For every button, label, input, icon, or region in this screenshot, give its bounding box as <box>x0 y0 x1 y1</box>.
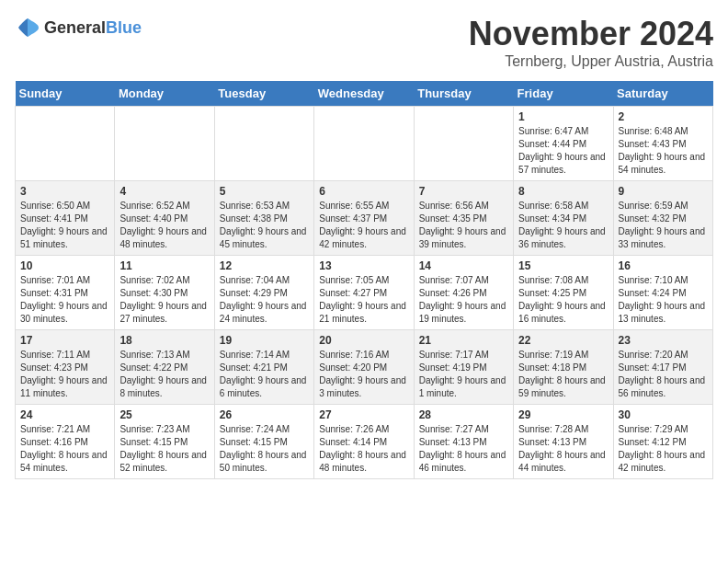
day-info: Sunrise: 7:26 AM Sunset: 4:14 PM Dayligh… <box>319 423 408 475</box>
calendar-cell: 21Sunrise: 7:17 AM Sunset: 4:19 PM Dayli… <box>414 330 513 405</box>
calendar-cell: 27Sunrise: 7:26 AM Sunset: 4:14 PM Dayli… <box>314 405 414 479</box>
calendar-cell: 29Sunrise: 7:28 AM Sunset: 4:13 PM Dayli… <box>514 405 613 479</box>
calendar-cell: 7Sunrise: 6:56 AM Sunset: 4:35 PM Daylig… <box>414 181 513 256</box>
calendar-cell: 9Sunrise: 6:59 AM Sunset: 4:32 PM Daylig… <box>613 181 712 256</box>
day-info: Sunrise: 7:13 AM Sunset: 4:22 PM Dayligh… <box>119 349 209 400</box>
title-area: November 2024 Ternberg, Upper Austria, A… <box>469 15 713 70</box>
header-cell-thursday: Thursday <box>414 81 513 107</box>
calendar-week-3: 10Sunrise: 7:01 AM Sunset: 4:31 PM Dayli… <box>16 256 713 330</box>
day-number: 9 <box>619 185 708 198</box>
calendar-cell: 1Sunrise: 6:47 AM Sunset: 4:44 PM Daylig… <box>514 107 613 181</box>
calendar-cell: 19Sunrise: 7:14 AM Sunset: 4:21 PM Dayli… <box>214 330 313 405</box>
calendar-cell: 24Sunrise: 7:21 AM Sunset: 4:16 PM Dayli… <box>16 405 115 479</box>
day-number: 13 <box>319 259 408 272</box>
day-info: Sunrise: 7:23 AM Sunset: 4:15 PM Dayligh… <box>119 423 209 475</box>
calendar-cell: 14Sunrise: 7:07 AM Sunset: 4:26 PM Dayli… <box>414 256 513 330</box>
day-info: Sunrise: 7:17 AM Sunset: 4:19 PM Dayligh… <box>419 349 508 400</box>
calendar-cell: 13Sunrise: 7:05 AM Sunset: 4:27 PM Dayli… <box>314 256 414 330</box>
logo-icon <box>15 15 40 40</box>
day-number: 8 <box>518 185 608 198</box>
calendar-cell <box>115 107 214 181</box>
calendar-cell: 8Sunrise: 6:58 AM Sunset: 4:34 PM Daylig… <box>514 181 613 256</box>
day-info: Sunrise: 7:08 AM Sunset: 4:25 PM Dayligh… <box>518 274 608 326</box>
logo: GeneralBlue <box>15 15 142 40</box>
day-info: Sunrise: 7:14 AM Sunset: 4:21 PM Dayligh… <box>220 349 309 400</box>
calendar-table: SundayMondayTuesdayWednesdayThursdayFrid… <box>15 81 713 479</box>
day-info: Sunrise: 7:21 AM Sunset: 4:16 PM Dayligh… <box>20 423 109 475</box>
calendar-week-4: 17Sunrise: 7:11 AM Sunset: 4:23 PM Dayli… <box>16 330 713 405</box>
day-info: Sunrise: 7:10 AM Sunset: 4:24 PM Dayligh… <box>619 274 708 326</box>
day-number: 3 <box>20 185 109 198</box>
day-info: Sunrise: 6:50 AM Sunset: 4:41 PM Dayligh… <box>20 200 109 251</box>
calendar-cell: 15Sunrise: 7:08 AM Sunset: 4:25 PM Dayli… <box>514 256 613 330</box>
day-number: 14 <box>419 259 508 272</box>
calendar-cell: 16Sunrise: 7:10 AM Sunset: 4:24 PM Dayli… <box>613 256 712 330</box>
calendar-cell: 6Sunrise: 6:55 AM Sunset: 4:37 PM Daylig… <box>314 181 414 256</box>
day-info: Sunrise: 7:11 AM Sunset: 4:23 PM Dayligh… <box>20 349 109 400</box>
day-number: 16 <box>619 259 708 272</box>
calendar-cell: 22Sunrise: 7:19 AM Sunset: 4:18 PM Dayli… <box>514 330 613 405</box>
logo-text-general: General <box>44 18 106 37</box>
month-title: November 2024 <box>469 15 713 53</box>
logo-text-blue: Blue <box>106 18 142 37</box>
calendar-cell <box>414 107 513 181</box>
day-info: Sunrise: 7:07 AM Sunset: 4:26 PM Dayligh… <box>419 274 508 326</box>
calendar-cell: 26Sunrise: 7:24 AM Sunset: 4:15 PM Dayli… <box>214 405 313 479</box>
day-info: Sunrise: 6:56 AM Sunset: 4:35 PM Dayligh… <box>419 200 508 251</box>
day-info: Sunrise: 7:29 AM Sunset: 4:12 PM Dayligh… <box>619 423 708 475</box>
day-number: 18 <box>119 334 209 347</box>
day-info: Sunrise: 7:24 AM Sunset: 4:15 PM Dayligh… <box>220 423 309 475</box>
day-info: Sunrise: 6:47 AM Sunset: 4:44 PM Dayligh… <box>518 125 608 177</box>
day-number: 23 <box>619 334 708 347</box>
location-subtitle: Ternberg, Upper Austria, Austria <box>469 53 713 70</box>
header-cell-friday: Friday <box>514 81 613 107</box>
calendar-cell: 3Sunrise: 6:50 AM Sunset: 4:41 PM Daylig… <box>16 181 115 256</box>
day-number: 20 <box>319 334 408 347</box>
calendar-cell: 18Sunrise: 7:13 AM Sunset: 4:22 PM Dayli… <box>115 330 214 405</box>
calendar-cell: 28Sunrise: 7:27 AM Sunset: 4:13 PM Dayli… <box>414 405 513 479</box>
day-number: 10 <box>20 259 109 272</box>
day-info: Sunrise: 7:04 AM Sunset: 4:29 PM Dayligh… <box>220 274 309 326</box>
day-info: Sunrise: 6:55 AM Sunset: 4:37 PM Dayligh… <box>319 200 408 251</box>
day-info: Sunrise: 6:58 AM Sunset: 4:34 PM Dayligh… <box>518 200 608 251</box>
header-row: SundayMondayTuesdayWednesdayThursdayFrid… <box>16 81 713 107</box>
day-number: 25 <box>119 408 209 421</box>
day-number: 1 <box>518 110 608 123</box>
calendar-cell: 20Sunrise: 7:16 AM Sunset: 4:20 PM Dayli… <box>314 330 414 405</box>
day-number: 12 <box>220 259 309 272</box>
day-info: Sunrise: 6:48 AM Sunset: 4:43 PM Dayligh… <box>619 125 708 177</box>
header-cell-saturday: Saturday <box>613 81 712 107</box>
day-number: 22 <box>518 334 608 347</box>
calendar-cell: 11Sunrise: 7:02 AM Sunset: 4:30 PM Dayli… <box>115 256 214 330</box>
header-cell-wednesday: Wednesday <box>314 81 414 107</box>
header-cell-tuesday: Tuesday <box>214 81 313 107</box>
calendar-cell: 23Sunrise: 7:20 AM Sunset: 4:17 PM Dayli… <box>613 330 712 405</box>
day-info: Sunrise: 6:52 AM Sunset: 4:40 PM Dayligh… <box>119 200 209 251</box>
header: GeneralBlue November 2024 Ternberg, Uppe… <box>15 15 713 70</box>
day-info: Sunrise: 7:28 AM Sunset: 4:13 PM Dayligh… <box>518 423 608 475</box>
calendar-cell <box>214 107 313 181</box>
calendar-cell <box>16 107 115 181</box>
day-info: Sunrise: 6:53 AM Sunset: 4:38 PM Dayligh… <box>220 200 309 251</box>
day-info: Sunrise: 7:20 AM Sunset: 4:17 PM Dayligh… <box>619 349 708 400</box>
day-number: 30 <box>619 408 708 421</box>
calendar-cell: 17Sunrise: 7:11 AM Sunset: 4:23 PM Dayli… <box>16 330 115 405</box>
day-number: 15 <box>518 259 608 272</box>
calendar-cell: 12Sunrise: 7:04 AM Sunset: 4:29 PM Dayli… <box>214 256 313 330</box>
calendar-cell: 25Sunrise: 7:23 AM Sunset: 4:15 PM Dayli… <box>115 405 214 479</box>
calendar-cell: 10Sunrise: 7:01 AM Sunset: 4:31 PM Dayli… <box>16 256 115 330</box>
calendar-week-2: 3Sunrise: 6:50 AM Sunset: 4:41 PM Daylig… <box>16 181 713 256</box>
day-number: 29 <box>518 408 608 421</box>
header-cell-monday: Monday <box>115 81 214 107</box>
day-number: 5 <box>220 185 309 198</box>
calendar-week-1: 1Sunrise: 6:47 AM Sunset: 4:44 PM Daylig… <box>16 107 713 181</box>
day-number: 19 <box>220 334 309 347</box>
calendar-cell: 30Sunrise: 7:29 AM Sunset: 4:12 PM Dayli… <box>613 405 712 479</box>
day-info: Sunrise: 6:59 AM Sunset: 4:32 PM Dayligh… <box>619 200 708 251</box>
day-number: 17 <box>20 334 109 347</box>
day-number: 26 <box>220 408 309 421</box>
day-info: Sunrise: 7:16 AM Sunset: 4:20 PM Dayligh… <box>319 349 408 400</box>
day-info: Sunrise: 7:01 AM Sunset: 4:31 PM Dayligh… <box>20 274 109 326</box>
day-number: 11 <box>119 259 209 272</box>
day-number: 7 <box>419 185 508 198</box>
